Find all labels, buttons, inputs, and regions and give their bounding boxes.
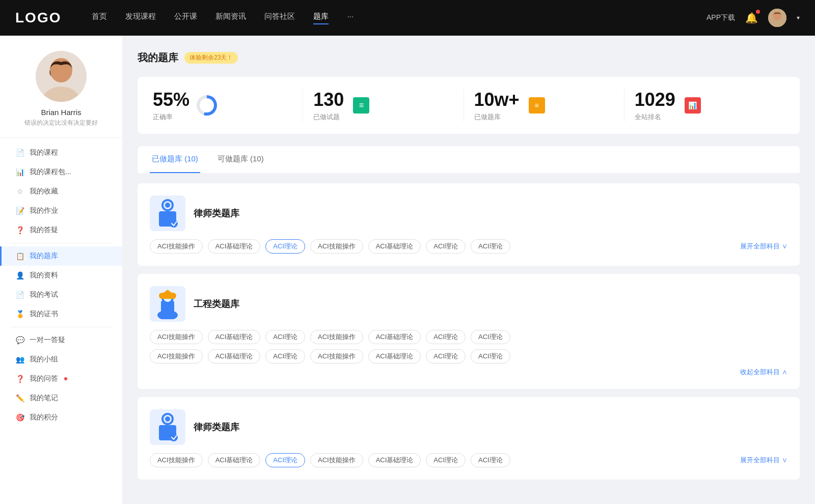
sidebar-item-homework[interactable]: 📝 我的作业: [0, 201, 122, 220]
eng-tag2-5[interactable]: ACI理论: [426, 349, 466, 363]
tag-2-active[interactable]: ACI理论: [265, 239, 305, 254]
stats-section: 55% 正确率 130 已做试题 ≡: [138, 77, 800, 134]
sidebar-item-my-qa[interactable]: ❓ 我的问答: [0, 369, 122, 388]
nav-discover[interactable]: 发现课程: [125, 12, 156, 24]
expand-link-1[interactable]: 展开全部科目 ∨: [740, 242, 787, 251]
sidebar-item-one-on-one[interactable]: 💬 一对一答疑: [0, 330, 122, 350]
nav-open-course[interactable]: 公开课: [174, 12, 197, 24]
eng-tag-6[interactable]: ACI理论: [471, 330, 510, 344]
sidebar-item-collection[interactable]: ☆ 我的收藏: [0, 182, 122, 201]
eng-tag-3[interactable]: ACI技能操作: [310, 330, 363, 344]
nav-quiz[interactable]: 题库: [313, 12, 329, 24]
sidebar-item-group[interactable]: 👥 我的小组: [0, 350, 122, 369]
stat-quizbanks-label: 已做题库: [474, 113, 520, 122]
page-header: 我的题库 体验剩余23天！: [138, 51, 800, 65]
stat-rank: 1029 全站排名 📊: [624, 89, 784, 122]
expand-link-3[interactable]: 展开全部科目 ∨: [740, 456, 787, 465]
quiz-card-lawyer-2-header: 律师类题库: [150, 409, 787, 445]
sidebar-item-points[interactable]: 🎯 我的积分: [0, 408, 122, 427]
eng-tag-2[interactable]: ACI理论: [265, 330, 305, 344]
main-nav: 首页 发现课程 公开课 新闻资讯 问答社区 题库 ···: [92, 12, 707, 24]
l2-tag-6[interactable]: ACI理论: [471, 453, 510, 467]
eng-tag2-0[interactable]: ACI技能操作: [150, 349, 203, 363]
sidebar: Brian Harris 错误的决定比没有决定要好 📄 我的课程 📊 我的课程包…: [0, 36, 122, 504]
my-qa-icon: ❓: [15, 374, 24, 383]
l2-tag-5[interactable]: ACI理论: [426, 453, 466, 467]
pie-inner: [200, 98, 214, 113]
collapse-link[interactable]: 收起全部科目 ∧: [150, 368, 787, 377]
points-icon: 🎯: [15, 413, 24, 422]
quiz-card-lawyer-1-header: 律师类题库: [150, 195, 787, 231]
stat-questions-done-label: 已做试题: [313, 113, 344, 122]
sidebar-item-profile[interactable]: 👤 我的资料: [0, 266, 122, 285]
tag-3[interactable]: ACI技能操作: [310, 239, 363, 254]
eng-tag2-1[interactable]: ACI基础理论: [208, 349, 261, 363]
star-icon: ☆: [15, 187, 24, 196]
profile-motto: 错误的决定比没有决定要好: [10, 119, 112, 127]
notification-bell[interactable]: 🔔: [745, 12, 758, 24]
l2-tag-1[interactable]: ACI基础理论: [208, 453, 261, 467]
sidebar-item-note[interactable]: ✏️ 我的笔记: [0, 388, 122, 408]
tag-0[interactable]: ACI技能操作: [150, 239, 203, 254]
my-qa-dot: [64, 377, 67, 380]
quiz-tabs: 已做题库 (10) 可做题库 (10): [138, 146, 800, 173]
tag-4[interactable]: ACI基础理论: [368, 239, 421, 254]
nav-news[interactable]: 新闻资讯: [215, 12, 246, 24]
sidebar-item-package[interactable]: 📊 我的课程包...: [0, 162, 122, 182]
nav-qa[interactable]: 问答社区: [264, 12, 295, 24]
user-avatar-header[interactable]: [768, 9, 786, 27]
content-area: 我的题库 体验剩余23天！ 55% 正确率 130 已做试题: [122, 36, 815, 504]
svg-point-21: [170, 433, 178, 441]
sidebar-item-course[interactable]: 📄 我的课程: [0, 143, 122, 162]
profile-icon: 👤: [15, 271, 24, 280]
eng-tag-0[interactable]: ACI技能操作: [150, 330, 203, 344]
exam-icon: 📄: [15, 290, 24, 299]
l2-tag-2-active[interactable]: ACI理论: [265, 453, 305, 467]
main-container: Brian Harris 错误的决定比没有决定要好 📄 我的课程 📊 我的课程包…: [0, 36, 815, 504]
eng-tag-4[interactable]: ACI基础理论: [368, 330, 421, 344]
quizbanks-icon-orange: ≡: [529, 97, 545, 114]
tag-5[interactable]: ACI理论: [426, 239, 466, 254]
app-download-link[interactable]: APP下载: [707, 13, 735, 22]
sidebar-item-exam[interactable]: 📄 我的考试: [0, 285, 122, 304]
stat-questions-done-number: 130: [313, 89, 344, 110]
eng-tag2-3[interactable]: ACI技能操作: [310, 349, 363, 363]
tag-1[interactable]: ACI基础理论: [208, 239, 261, 254]
svg-rect-6: [43, 61, 79, 76]
profile-section: Brian Harris 错误的决定比没有决定要好: [0, 51, 122, 138]
eng-tag2-2[interactable]: ACI理论: [265, 349, 305, 363]
svg-point-20: [165, 416, 170, 422]
quiz-card-engineer-tags-row2: ACI技能操作 ACI基础理论 ACI理论 ACI技能操作 ACI基础理论 AC…: [150, 349, 787, 363]
package-icon: 📊: [15, 167, 24, 177]
l2-tag-0[interactable]: ACI技能操作: [150, 453, 203, 467]
eng-tag2-6[interactable]: ACI理论: [471, 349, 510, 363]
question-icon: ❓: [15, 226, 24, 235]
sidebar-item-quiz[interactable]: 📋 我的题库: [0, 246, 122, 266]
tag-6[interactable]: ACI理论: [471, 239, 510, 254]
eng-tag-1[interactable]: ACI基础理论: [208, 330, 261, 344]
stat-questions-done: 130 已做试题 ≡: [303, 89, 464, 122]
l2-tag-4[interactable]: ACI基础理论: [368, 453, 421, 467]
stat-quizbanks-icon: ≡: [527, 95, 547, 116]
quiz-card-lawyer-1-tags: ACI技能操作 ACI基础理论 ACI理论 ACI技能操作 ACI基础理论 AC…: [150, 239, 787, 254]
lawyer-icon-2: [150, 409, 185, 445]
tab-available[interactable]: 可做题库 (10): [215, 146, 266, 173]
nav-more[interactable]: ···: [347, 12, 354, 24]
profile-name: Brian Harris: [10, 108, 112, 117]
sidebar-item-cert[interactable]: 🏅 我的证书: [0, 304, 122, 324]
eng-tag2-4[interactable]: ACI基础理论: [368, 349, 421, 363]
eng-tag-5[interactable]: ACI理论: [426, 330, 466, 344]
stat-accuracy-number: 55%: [153, 89, 189, 110]
logo[interactable]: LOGO: [15, 10, 61, 26]
quiz-card-lawyer-2-tags: ACI技能操作 ACI基础理论 ACI理论 ACI技能操作 ACI基础理论 AC…: [150, 453, 787, 467]
stat-quizbanks-done: 10w+ 已做题库 ≡: [464, 89, 624, 122]
l2-tag-3[interactable]: ACI技能操作: [310, 453, 363, 467]
tab-done[interactable]: 已做题库 (10): [150, 146, 200, 173]
quiz-icon: 📋: [15, 251, 24, 261]
nav-home[interactable]: 首页: [92, 12, 107, 24]
sidebar-item-qa[interactable]: ❓ 我的答疑: [0, 220, 122, 240]
user-dropdown-chevron[interactable]: ▾: [797, 14, 800, 21]
quiz-card-engineer-header: 工程类题库: [150, 286, 787, 322]
group-icon: 👥: [15, 355, 24, 364]
stat-questions-icon: ≡: [351, 95, 371, 116]
